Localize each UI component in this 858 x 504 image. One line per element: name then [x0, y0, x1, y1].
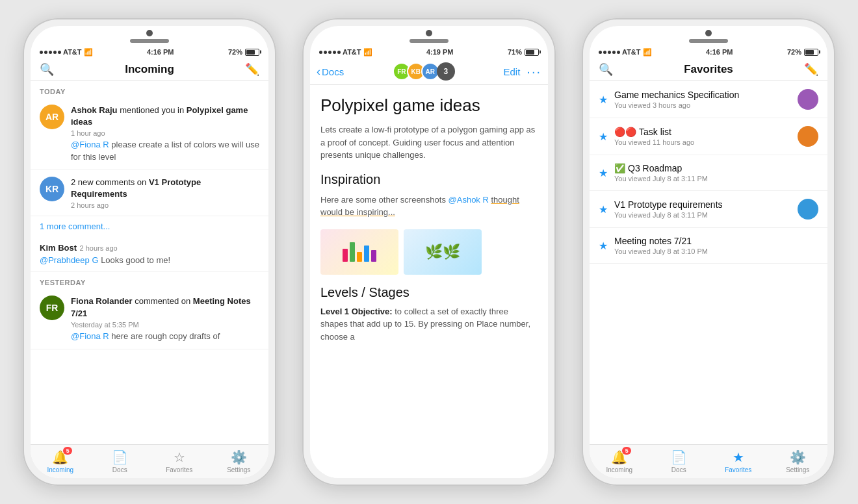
battery-icon-1 — [245, 49, 259, 56]
time-2: 4:19 PM — [426, 48, 454, 56]
compose-icon-3[interactable]: ✏️ — [804, 62, 818, 77]
doc-intro: Lets create a low-fi prototype of a poly… — [320, 123, 538, 162]
more-options-icon[interactable]: ··· — [526, 64, 541, 79]
fav-item-1[interactable]: ★ Game mechanics Specification You viewe… — [590, 81, 827, 118]
kim-bost-body: @Prabhdeep G Looks good to me! — [40, 255, 259, 266]
battery-icon-2 — [525, 49, 539, 56]
fav-title-1: Game mechanics Specification — [614, 90, 791, 100]
phone-doc: AT&T 📶 4:19 PM 71% ‹ Docs FR — [302, 18, 556, 486]
kim-bost-notif: Kim Bost 2 hours ago @Prabhdeep G Looks … — [31, 236, 268, 272]
camera-3 — [705, 30, 712, 36]
tab-favorites-1[interactable]: ☆ Favorites — [150, 445, 209, 478]
wifi-icon-3: 📶 — [643, 48, 652, 57]
fav-item-3[interactable]: ★ ✅ Q3 Roadmap You viewed July 8 at 3:11… — [590, 155, 827, 191]
section-today: TODAY — [31, 81, 268, 98]
tab-docs-label-1: Docs — [112, 466, 127, 473]
wifi-icon-2: 📶 — [363, 48, 372, 57]
tab-incoming-label-3: Incoming — [606, 466, 632, 473]
notif-text-2: 2 new comments on V1 Prototype Requireme… — [71, 177, 259, 200]
fav-meta-1: You viewed 3 hours ago — [614, 101, 791, 109]
fav-item-2[interactable]: ★ 🔴🔴 Task list You viewed 11 hours ago — [590, 118, 827, 155]
fav-avatar-1 — [798, 89, 818, 110]
notif-item-3[interactable]: FR Fiona Rolander commented on Meeting N… — [31, 289, 268, 349]
docs-tab-icon-1: 📄 — [112, 449, 128, 465]
task-list-emoji: 🔴🔴 — [614, 127, 636, 137]
fav-star-3: ★ — [599, 167, 608, 179]
time-1: 4:16 PM — [147, 48, 174, 56]
nav-title-favorites: Favorites — [684, 63, 733, 76]
fav-title-3: ✅ Q3 Roadmap — [614, 163, 818, 173]
tab-settings-3[interactable]: ⚙️ Settings — [768, 445, 828, 478]
battery-pct-3: 72% — [787, 48, 801, 56]
doc-nav-bar: ‹ Docs FR KB AR 3 Edit ··· — [310, 58, 548, 85]
compose-icon-1[interactable]: ✏️ — [245, 62, 259, 77]
fav-star-1: ★ — [599, 94, 608, 106]
status-bar-2: AT&T 📶 4:19 PM 71% — [310, 45, 548, 58]
fav-title-4: V1 Prototype requirements — [614, 199, 791, 210]
fav-star-4: ★ — [599, 203, 608, 216]
battery-pct-1: 72% — [228, 48, 242, 56]
tab-incoming-1[interactable]: 🔔5 Incoming — [31, 445, 90, 478]
fav-item-4[interactable]: ★ V1 Prototype requirements You viewed J… — [590, 191, 827, 228]
speaker-3 — [689, 39, 728, 43]
fav-star-2: ★ — [599, 131, 608, 143]
avatar-v1: KR — [40, 177, 64, 201]
nav-title-incoming: Incoming — [125, 63, 174, 76]
tab-docs-1[interactable]: 📄 Docs — [90, 445, 150, 478]
edit-button[interactable]: Edit — [503, 66, 520, 77]
incoming-tab-icon-1: 🔔5 — [52, 449, 68, 465]
nav-bar-favorites: 🔍 Favorites ✏️ — [590, 58, 827, 81]
notif-time-3: Yesterday at 5:35 PM — [71, 321, 259, 329]
fav-meta-2: You viewed 11 hours ago — [614, 138, 791, 146]
camera-1 — [146, 30, 153, 36]
doc-section-inspiration-body: Here are some other screenshots @Ashok R… — [320, 194, 538, 219]
fav-meta-5: You viewed July 8 at 3:10 PM — [614, 247, 818, 255]
tab-settings-1[interactable]: ⚙️ Settings — [209, 445, 269, 478]
phones-container: AT&T 📶 4:16 PM 72% 🔍 Incoming ✏️ TODAY — [10, 5, 848, 499]
notch-area-2 — [310, 26, 548, 45]
search-icon-3[interactable]: 🔍 — [599, 62, 613, 77]
fav-star-5: ★ — [599, 240, 608, 252]
favorites-tab-icon-3: ★ — [733, 449, 744, 465]
back-docs-button[interactable]: ‹ Docs — [317, 65, 344, 79]
avatar-fiona: FR — [40, 296, 64, 320]
fav-avatar-2 — [798, 126, 818, 147]
tab-incoming-3[interactable]: 🔔5 Incoming — [590, 445, 649, 478]
notif-item-2[interactable]: KR 2 new comments on V1 Prototype Requir… — [31, 170, 268, 216]
fav-meta-4: You viewed July 8 at 3:11 PM — [614, 211, 791, 219]
settings-tab-icon-1: ⚙️ — [231, 449, 247, 465]
doc-section-inspiration: Inspiration — [320, 172, 538, 187]
back-chevron-icon: ‹ — [317, 65, 320, 79]
doc-content-area: Polypixel game ideas Lets create a low-f… — [310, 85, 548, 478]
battery-pct-2: 71% — [508, 48, 522, 56]
carrier-3: AT&T — [622, 48, 641, 56]
battery-icon-3 — [804, 49, 818, 56]
notif-body-3: @Fiona R here are rough copy drafts of — [71, 331, 259, 342]
kim-bost-name: Kim Bost — [40, 243, 77, 253]
status-bar-1: AT&T 📶 4:16 PM 72% — [31, 45, 268, 58]
tab-settings-label-1: Settings — [227, 466, 250, 473]
tab-incoming-label-1: Incoming — [47, 466, 73, 473]
tab-favorites-3[interactable]: ★ Favorites — [708, 445, 768, 478]
nav-bar-incoming: 🔍 Incoming ✏️ — [31, 58, 268, 81]
avatar-ashok: AR — [40, 105, 64, 129]
status-bar-3: AT&T 📶 4:16 PM 72% — [590, 45, 827, 58]
notif-item-1[interactable]: AR Ashok Raju mentioned you in Polypixel… — [31, 98, 268, 170]
search-icon-1[interactable]: 🔍 — [40, 62, 54, 77]
settings-tab-icon-3: ⚙️ — [790, 449, 806, 465]
phone-favorites: AT&T 📶 4:16 PM 72% 🔍 Favorites ✏️ — [582, 18, 835, 486]
notch-area-1 — [31, 26, 268, 45]
notch-area-3 — [590, 26, 827, 45]
tab-docs-label-3: Docs — [671, 466, 686, 473]
notif-time-2: 2 hours ago — [71, 201, 259, 209]
phone-incoming: AT&T 📶 4:16 PM 72% 🔍 Incoming ✏️ TODAY — [23, 18, 276, 486]
fav-item-5[interactable]: ★ Meeting notes 7/21 You viewed July 8 a… — [590, 228, 827, 264]
docs-tab-icon-3: 📄 — [671, 449, 687, 465]
notif-text-3: Fiona Rolander commented on Meeting Note… — [71, 296, 259, 319]
tab-docs-3[interactable]: 📄 Docs — [649, 445, 709, 478]
notif-time-1: 1 hour ago — [71, 129, 259, 137]
section-yesterday: YESTERDAY — [31, 272, 268, 289]
more-comment-link[interactable]: 1 more comment... — [31, 216, 268, 236]
incoming-content: TODAY AR Ashok Raju mentioned you in Pol… — [31, 81, 268, 444]
camera-2 — [426, 30, 432, 36]
